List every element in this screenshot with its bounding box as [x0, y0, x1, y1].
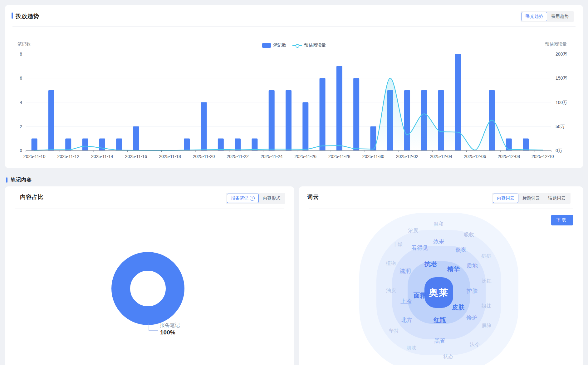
bar-2025-11-28[interactable]	[336, 66, 342, 150]
x-axis-tick-label: 2025-11-20	[193, 154, 215, 159]
cloud-word: 面霜	[414, 291, 426, 300]
bar-2025-11-12[interactable]	[65, 138, 71, 150]
cloud-word: 法令	[470, 341, 480, 348]
section-header: 笔记内容	[6, 177, 32, 183]
x-axis-tick-label: 2025-11-18	[159, 154, 181, 159]
bar-2025-11-19[interactable]	[184, 138, 190, 150]
cloud-word: 浓度	[408, 227, 418, 234]
bar-2025-11-10[interactable]	[32, 138, 37, 150]
x-axis-tick-label: 2025-11-26	[295, 154, 317, 159]
bar-2025-12-09[interactable]	[523, 138, 529, 150]
bar-2025-11-24[interactable]	[269, 90, 275, 150]
section-accent-bar	[6, 177, 7, 183]
wordcloud-card: 词云 内容词云 标题词云 话题词云 下载 奥莱抗老精华面霜皮肤红瓶效果看得见熬夜…	[299, 186, 583, 365]
cloud-word: 姐妹	[481, 303, 491, 309]
bar-2025-11-20[interactable]	[201, 102, 207, 151]
donut-value: 100%	[160, 329, 175, 336]
bar-2025-11-27[interactable]	[320, 78, 326, 150]
cloud-word: 滋润	[399, 267, 411, 275]
bar-2025-11-25[interactable]	[286, 90, 292, 150]
cloud-word: 状态	[443, 353, 453, 360]
right-axis-tick-label: 200万	[556, 52, 567, 57]
cloud-word: 上脸	[400, 298, 412, 305]
x-axis-tick-label: 2025-11-14	[91, 154, 113, 159]
left-axis-tick-label: 2	[20, 124, 22, 129]
bar-2025-11-21[interactable]	[218, 138, 224, 150]
bar-2025-11-26[interactable]	[302, 102, 308, 151]
x-axis-tick-label: 2025-11-28	[328, 154, 350, 159]
donut-slice-reported-notes[interactable]	[121, 261, 175, 316]
trend-card: 投放趋势 曝光趋势 费用趋势 笔记数 预估阅读量 笔记数 预估阅读量 00万25…	[5, 5, 583, 168]
content-ratio-card: 内容占比 报备笔记 ? 内容形式 报备笔记 100%	[5, 186, 294, 365]
x-axis-tick-label: 2025-11-12	[57, 154, 79, 159]
cloud-word: 肌肤	[406, 345, 416, 352]
cloud-word: 屏障	[482, 323, 492, 329]
left-axis-tick-label: 4	[20, 100, 22, 105]
cloud-word: 植物	[386, 260, 396, 267]
cloud-word: 护肤	[467, 287, 478, 295]
trend-chart-canvas[interactable]: 00万250万4100万6150万8200万 2025-11-102025-11…	[5, 5, 583, 168]
bar-2025-11-15[interactable]	[116, 138, 122, 150]
left-axis-tick-label: 6	[20, 76, 22, 81]
cloud-word: 痘痘	[481, 253, 491, 260]
x-axis-tick-label: 2025-11-24	[261, 154, 283, 159]
right-axis-tick-label: 100万	[556, 100, 567, 105]
cloud-word: 精华	[447, 265, 460, 273]
bar-2025-11-11[interactable]	[48, 90, 54, 150]
wordcloud-canvas[interactable]: 奥莱抗老精华面霜皮肤红瓶效果看得见熬夜质地滋润护肤上脸修护北方黑管温和浓度吸收干…	[299, 186, 583, 365]
right-axis-tick-label: 150万	[556, 76, 567, 81]
x-axis-tick-label: 2025-11-10	[23, 154, 46, 159]
x-axis-tick-label: 2025-12-10	[532, 154, 554, 159]
left-axis-tick-label: 8	[20, 52, 22, 57]
cloud-word: 修护	[466, 314, 478, 321]
donut-chart-canvas[interactable]	[5, 186, 294, 365]
cloud-word: 皮肤	[452, 303, 464, 312]
x-axis-tick-label: 2025-11-16	[125, 154, 147, 159]
cloud-word: 效果	[433, 238, 444, 245]
cloud-word: 泛红	[482, 278, 492, 284]
left-axis-tick-label: 0	[20, 148, 22, 153]
cloud-word: 看得见	[411, 244, 428, 252]
cloud-word: 北方	[401, 316, 412, 324]
bar-2025-11-16[interactable]	[133, 126, 139, 150]
x-axis-tick-label: 2025-12-08	[497, 154, 520, 159]
cloud-word: 抗老	[424, 260, 437, 268]
right-axis-tick-label: 50万	[556, 124, 565, 129]
x-axis-tick-label: 2025-11-22	[227, 154, 249, 159]
cloud-word: 红瓶	[434, 316, 446, 324]
x-axis-tick-label: 2025-12-02	[396, 154, 419, 159]
cloud-word: 黑管	[434, 337, 445, 344]
cloud-word: 奥莱	[429, 286, 449, 299]
cloud-word: 质地	[467, 262, 478, 269]
bar-2025-11-22[interactable]	[235, 138, 241, 150]
cloud-word: 干燥	[393, 241, 403, 248]
bar-2025-11-29[interactable]	[353, 78, 359, 150]
right-axis-tick-label: 0万	[556, 148, 562, 153]
cloud-word: 温和	[434, 221, 443, 228]
cloud-word: 油皮	[386, 287, 396, 294]
cloud-word: 吸收	[464, 232, 474, 238]
x-axis-tick-label: 2025-12-04	[430, 154, 452, 159]
donut-label: 报备笔记	[160, 322, 180, 329]
bar-2025-11-23[interactable]	[252, 138, 257, 150]
x-axis-tick-label: 2025-11-30	[362, 154, 385, 159]
section-title: 笔记内容	[11, 177, 32, 183]
x-axis-tick-label: 2025-12-06	[464, 154, 486, 159]
cloud-word: 熬夜	[455, 246, 467, 254]
cloud-word: 坚持	[389, 328, 399, 334]
